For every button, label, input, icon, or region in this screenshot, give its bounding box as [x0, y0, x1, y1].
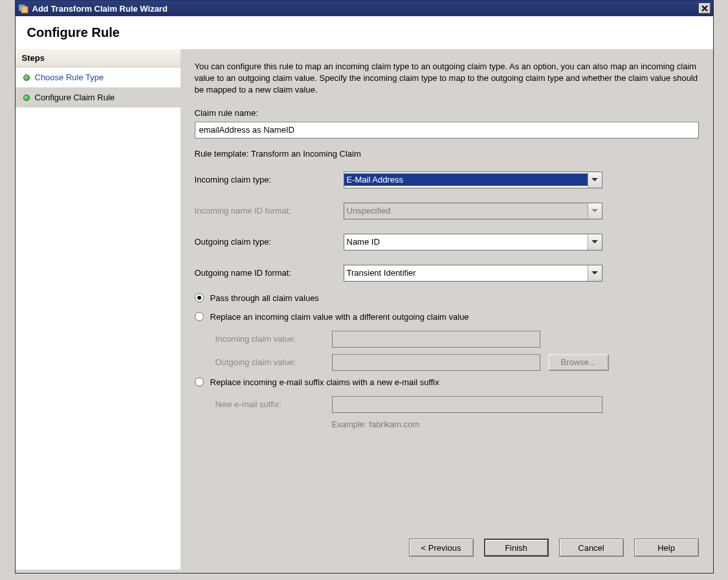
- combo-value: Unspecified: [344, 205, 588, 217]
- radio-replace-value[interactable]: Replace an incoming claim value with a d…: [195, 312, 699, 322]
- radio-icon: [195, 293, 204, 302]
- radio-pass-through[interactable]: Pass through all claim values: [195, 293, 699, 303]
- incoming-name-id-combo: Unspecified: [344, 203, 602, 219]
- rule-template-text: Rule template: Transform an Incoming Cla…: [195, 149, 699, 159]
- step-configure-claim-rule[interactable]: Configure Claim Rule: [16, 87, 181, 107]
- step-choose-rule-type[interactable]: Choose Rule Type: [16, 67, 181, 87]
- button-bar: < Previous Finish Cancel Help: [403, 531, 705, 564]
- sidebar: Steps Choose Rule Type Configure Claim R…: [16, 49, 181, 570]
- outgoing-claim-value-input: [332, 354, 540, 371]
- radio-icon: [195, 377, 204, 386]
- previous-button[interactable]: < Previous: [409, 539, 474, 557]
- combo-value: Name ID: [344, 236, 588, 248]
- finish-button[interactable]: Finish: [484, 539, 549, 557]
- radio-replace-suffix[interactable]: Replace incoming e-mail suffix claims wi…: [195, 377, 699, 387]
- step-label: Configure Claim Rule: [35, 93, 115, 102]
- combo-value: Transient Identifier: [344, 267, 588, 279]
- outgoing-name-id-label: Outgoing name ID format:: [195, 268, 344, 278]
- app-icon: [18, 3, 28, 14]
- main-panel: You can configure this rule to map an in…: [181, 49, 713, 570]
- sidebar-header: Steps: [16, 49, 181, 67]
- example-text: Example: fabrikam.com: [332, 419, 699, 429]
- new-email-suffix-label: New e-mail suffix:: [215, 399, 332, 409]
- new-email-suffix-input: [332, 396, 602, 413]
- svg-rect-1: [21, 6, 28, 13]
- chevron-down-icon[interactable]: [588, 265, 602, 281]
- outgoing-claim-value-label: Outgoing claim value:: [215, 357, 332, 367]
- radio-icon: [195, 312, 204, 321]
- incoming-claim-value-label: Incoming claim value:: [215, 334, 332, 344]
- window-title: Add Transform Claim Rule Wizard: [32, 4, 699, 14]
- radio-label: Pass through all claim values: [210, 293, 319, 303]
- step-dot-icon: [23, 74, 30, 81]
- step-label: Choose Rule Type: [35, 72, 104, 82]
- help-button[interactable]: Help: [634, 539, 699, 557]
- step-dot-icon: [23, 95, 30, 101]
- chevron-down-icon: [588, 203, 602, 219]
- incoming-claim-value-input: [332, 331, 540, 348]
- combo-value: E-Mail Address: [344, 173, 588, 186]
- claim-rule-name-label: Claim rule name:: [195, 108, 344, 118]
- chevron-down-icon[interactable]: [588, 234, 602, 250]
- outgoing-claim-type-label: Outgoing claim type:: [195, 237, 344, 247]
- outgoing-name-id-combo[interactable]: Transient Identifier: [344, 265, 602, 282]
- cancel-button[interactable]: Cancel: [559, 539, 624, 557]
- claim-rule-name-input[interactable]: [195, 122, 699, 139]
- incoming-claim-type-label: Incoming claim type:: [195, 175, 344, 184]
- browse-button: Browse...: [548, 354, 609, 371]
- chevron-down-icon[interactable]: [588, 172, 602, 188]
- incoming-claim-type-combo[interactable]: E-Mail Address: [344, 172, 602, 188]
- description-text: You can configure this rule to map an in…: [195, 61, 699, 96]
- incoming-name-id-label: Incoming name ID format:: [195, 206, 344, 216]
- page-title: Configure Rule: [16, 16, 713, 49]
- wizard-window: Add Transform Claim Rule Wizard Configur…: [15, 0, 714, 574]
- titlebar: Add Transform Claim Rule Wizard: [16, 1, 713, 16]
- outgoing-claim-type-combo[interactable]: Name ID: [344, 234, 602, 251]
- close-button[interactable]: [699, 3, 711, 14]
- radio-label: Replace an incoming claim value with a d…: [210, 312, 469, 322]
- radio-label: Replace incoming e-mail suffix claims wi…: [210, 377, 439, 387]
